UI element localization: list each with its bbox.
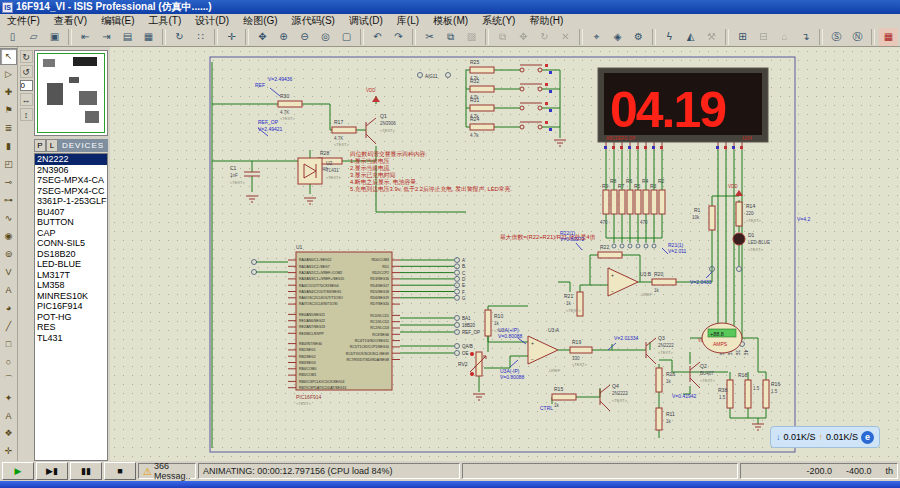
left-terminal-1[interactable] xyxy=(252,260,257,265)
comb-pin[interactable] xyxy=(620,244,624,248)
probe-q2[interactable]: V=0.41942 xyxy=(672,393,697,399)
origin-button[interactable]: ✛ xyxy=(222,28,241,46)
resistor-r22[interactable]: R22 xyxy=(598,244,622,258)
comb-pin[interactable] xyxy=(612,244,616,248)
opamp-u3a[interactable]: + − U3:A -UREF xyxy=(528,327,561,373)
mirror-vertical-button[interactable]: ↕ xyxy=(20,108,33,121)
resistor-r14[interactable]: R14 220 <TEXT> xyxy=(736,202,762,226)
resistor-r1[interactable]: R1 10k xyxy=(692,206,715,230)
2d-marker-mode-button[interactable]: ✛ xyxy=(0,443,17,460)
make-device-button[interactable]: ◈ xyxy=(608,28,627,46)
rv2-up-dot[interactable] xyxy=(470,352,474,356)
selection-pointer-button[interactable]: ↖ xyxy=(0,48,17,65)
ares-netlist-button[interactable]: ▦ xyxy=(879,28,898,46)
component-mode-button[interactable]: ▷ xyxy=(0,66,17,83)
terminal-d[interactable] xyxy=(455,276,460,281)
seg-resistor[interactable] xyxy=(643,190,649,214)
terminal-ba1[interactable] xyxy=(455,316,460,321)
resistor-r38[interactable]: R38 1.5 xyxy=(718,380,733,408)
block-copy-button[interactable]: ⧉ xyxy=(493,28,512,46)
seg-resistor[interactable] xyxy=(627,190,633,214)
terminal-d1[interactable] xyxy=(737,267,742,272)
play-button[interactable]: ▶ xyxy=(2,462,34,480)
bank-resistor[interactable] xyxy=(470,105,494,111)
device-item-3361p-1-253glf[interactable]: 3361P-1-253GLF xyxy=(35,196,107,207)
comb-pin[interactable] xyxy=(628,244,632,248)
transistor-q1[interactable]: Q1 2N3906 <TEXT> xyxy=(366,113,396,144)
library-button[interactable]: L xyxy=(46,139,58,152)
transistor-q2[interactable]: Q2 BU407 <TEXT> xyxy=(690,362,716,388)
export-section-button[interactable]: ⇥ xyxy=(97,28,116,46)
title-bar[interactable]: IS 16F914_VI - ISIS Professional (仿真中...… xyxy=(0,0,900,14)
left-terminal-2[interactable] xyxy=(252,270,257,275)
netlist-transfer-button[interactable]: Ⓝ xyxy=(848,28,867,46)
undo-button[interactable]: ↶ xyxy=(368,28,387,46)
copy-button[interactable]: ⧉ xyxy=(441,28,460,46)
resistor-r18[interactable]: R18 1.5 xyxy=(738,372,760,408)
wire-label-mode-button[interactable]: ⚑ xyxy=(0,102,17,119)
2d-arc-mode-button[interactable]: ⌒ xyxy=(0,371,17,388)
bus-mode-button[interactable]: ▮ xyxy=(0,138,17,155)
menu-item-6[interactable]: 源代码(S) xyxy=(285,14,342,28)
terminal-e[interactable] xyxy=(455,283,460,288)
design-explorer-button[interactable]: ↴ xyxy=(796,28,815,46)
bank-row-1[interactable]: R324.7k xyxy=(466,78,560,100)
stop-button[interactable]: ■ xyxy=(104,462,136,480)
block-delete-button[interactable]: ✕ xyxy=(556,28,575,46)
bank-row-2[interactable]: R314.7k xyxy=(466,97,560,119)
device-item-cap[interactable]: CAP xyxy=(35,228,107,239)
pick-parts-button[interactable]: P xyxy=(34,139,46,152)
rotate-anticlockwise-button[interactable]: ↺ xyxy=(20,65,33,78)
seven-segment-display[interactable]: 04.19 ABCDEFG DP 1234 xyxy=(598,68,768,142)
open-file-button[interactable]: ▱ xyxy=(24,28,43,46)
resistor-r19[interactable]: R19 330 <TEXT> xyxy=(570,339,592,367)
search-and-tag-button[interactable]: ◭ xyxy=(681,28,700,46)
device-item-7seg-mpx4-cc[interactable]: 7SEG-MPX4-CC xyxy=(35,186,107,197)
save-file-button[interactable]: ▣ xyxy=(45,28,64,46)
seg-resistor[interactable] xyxy=(659,190,665,214)
device-item-res[interactable]: RES xyxy=(35,322,107,333)
overview-map[interactable] xyxy=(34,50,108,136)
probe-top[interactable]: V=2.0433 xyxy=(690,272,712,285)
mirror-horizontal-button[interactable]: ↔ xyxy=(20,93,33,106)
terminal-ag11[interactable]: A/G11 xyxy=(418,73,451,79)
2d-symbol-mode-button[interactable]: ❖ xyxy=(0,425,17,442)
seg-resistor[interactable] xyxy=(611,190,617,214)
new-file-button[interactable]: ▯ xyxy=(3,28,22,46)
device-item-pic16f914[interactable]: PIC16F914 xyxy=(35,301,107,312)
seg-resistor[interactable] xyxy=(635,190,641,214)
browser-icon[interactable]: e xyxy=(861,431,874,444)
terminal-18b20[interactable] xyxy=(455,323,460,328)
tape-recorder-mode-button[interactable]: ◉ xyxy=(0,228,17,245)
menu-item-1[interactable]: 查看(V) xyxy=(47,14,94,28)
pan-center-button[interactable]: ✥ xyxy=(253,28,272,46)
resistor-r10[interactable]: R10 1k <TEXT> xyxy=(485,310,510,336)
terminal-a[interactable] xyxy=(455,258,460,263)
device-item-lm358[interactable]: LM358 xyxy=(35,280,107,291)
device-item-2n3906[interactable]: 2N3906 xyxy=(35,165,107,176)
voltage-probe-mode-button[interactable]: V xyxy=(0,263,17,280)
device-item-bu407[interactable]: BU407 xyxy=(35,207,107,218)
current-probe-mode-button[interactable]: A xyxy=(0,281,17,298)
cut-button[interactable]: ✂ xyxy=(420,28,439,46)
resistor-r21[interactable]: R21 1k <TEXT> xyxy=(564,292,583,316)
zoom-all-button[interactable]: ◎ xyxy=(316,28,335,46)
device-item-7seg-mpx4-ca[interactable]: 7SEG-MPX4-CA xyxy=(35,175,107,186)
packaging-tool-button[interactable]: ⚙ xyxy=(629,28,648,46)
resistor-r16[interactable]: R16 1.5 xyxy=(763,380,780,408)
terminal-b[interactable] xyxy=(455,264,460,269)
import-section-button[interactable]: ⇤ xyxy=(76,28,95,46)
probe-q3[interactable]: V=4.2 xyxy=(797,216,810,222)
terminal-qa/b[interactable] xyxy=(455,344,460,349)
bank-resistor[interactable] xyxy=(470,67,494,73)
device-item-lm317t[interactable]: LM317T xyxy=(35,270,107,281)
paste-button[interactable]: ▨ xyxy=(462,28,481,46)
rv2-down-dot[interactable] xyxy=(470,372,474,376)
menu-item-8[interactable]: 库(L) xyxy=(390,14,426,28)
device-pin-mode-button[interactable]: ⊶ xyxy=(0,192,17,209)
probe-r22[interactable]: R22(1) V=0.80272 xyxy=(560,230,585,250)
terminal-ref_op[interactable] xyxy=(455,330,460,335)
menu-item-10[interactable]: 系统(Y) xyxy=(475,14,522,28)
bank-resistor[interactable] xyxy=(470,124,494,130)
zoom-area-button[interactable]: ▢ xyxy=(337,28,356,46)
